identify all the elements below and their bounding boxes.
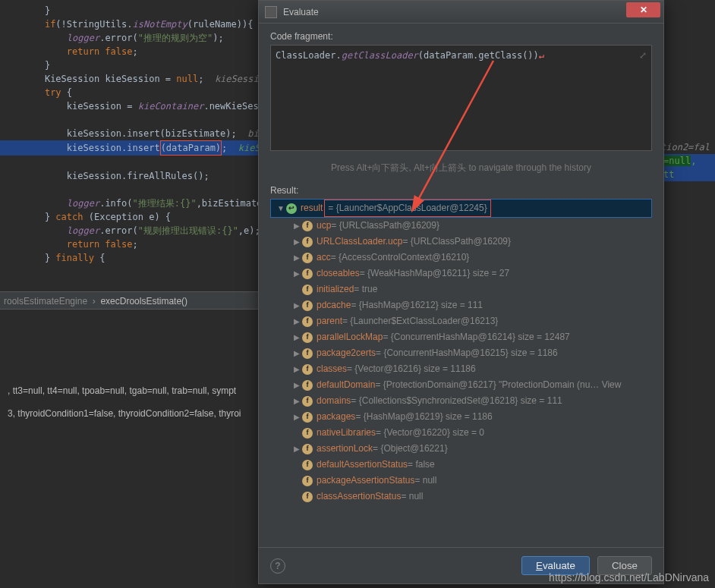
tree-row[interactable]: ▶fpdcache = {HashMap@16212} size = 111 [270,297,652,313]
tree-row[interactable]: fdefaultAssertionStatus = false [270,457,652,473]
field-icon: f [302,285,313,295]
field-value: = {Collections$SynchronizedSet@16218} si… [351,393,562,409]
expand-arrow-icon[interactable]: ▶ [293,234,301,250]
result-icon: ↩ [286,203,297,214]
tree-row[interactable]: ▶facc = {AccessControlContext@16210} [270,250,652,266]
field-value: = {WeakHashMap@16211} size = 27 [360,266,509,281]
result-tree[interactable]: ▼↩result = {Launcher$AppClassLoader@1224… [270,199,652,505]
field-name: defaultAssertionStatus [317,457,408,473]
field-icon: f [302,221,313,231]
expand-arrow-icon[interactable]: ▶ [293,361,301,377]
tree-row[interactable]: ▶fURLClassLoader.ucp = {URLClassPath@162… [270,234,652,250]
app-icon [265,6,277,18]
tree-row[interactable]: fnativeLibraries = {Vector@16220} size =… [270,425,652,441]
field-value: = null [414,473,436,489]
field-icon: f [302,237,313,247]
tree-row[interactable]: ▶fclasses = {Vector@16216} size = 11186 [270,361,652,377]
expand-arrow-icon[interactable]: ▶ [293,218,301,234]
field-icon: f [302,316,313,327]
history-hint: Press Alt+向下箭头, Alt+向上箭头 to navigate thr… [270,162,652,175]
field-icon: f [302,364,313,375]
field-name: assertionLock [317,441,373,457]
field-icon: f [302,380,313,391]
field-value: = {HashMap@16219} size = 1186 [355,409,492,425]
dialog-title: Evaluate [283,7,319,17]
tree-row[interactable]: ▶fassertionLock = {Object@16221} [270,441,652,457]
debug-output-panel[interactable]: , tt3=null, tt4=null, tpoab=null, tgab=n… [0,372,258,432]
field-icon: f [302,428,313,439]
field-value: = {ConcurrentHashMap@16215} size = 1186 [376,345,558,361]
expand-arrow-icon[interactable]: ▶ [293,441,301,457]
tree-row[interactable]: ▶fdomains = {Collections$SynchronizedSet… [270,393,652,409]
field-name: classAssertionStatus [317,489,401,505]
field-value: = true [354,281,377,297]
expand-arrow-icon[interactable]: ▶ [293,393,301,409]
field-name: closeables [317,266,360,281]
expand-arrow-icon[interactable]: ▶ [293,297,301,313]
field-icon: f [302,300,313,311]
field-name: parallelLockMap [317,329,383,345]
tree-row[interactable]: ▶fparallelLockMap = {ConcurrentHashMap@1… [270,329,652,345]
field-value: = {HashMap@16212} size = 111 [351,297,483,313]
expand-arrow-icon[interactable]: ▶ [293,377,301,393]
field-name: nativeLibraries [317,425,376,441]
maximize-icon[interactable]: ⤢ [639,50,647,61]
field-value: = {ConcurrentHashMap@16214} size = 12487 [383,329,569,345]
result-label: Result: [270,185,652,196]
watermark: https://blog.csdn.net/LabDNirvana [549,571,709,583]
tree-row[interactable]: ▶fpackages = {HashMap@16219} size = 1186 [270,409,652,425]
tree-row[interactable]: fclassAssertionStatus = null [270,489,652,505]
field-name: domains [317,393,351,409]
tree-row[interactable]: ▶fparent = {Launcher$ExtClassLoader@1621… [270,313,652,329]
field-value: = null [401,489,423,505]
field-name: URLClassLoader.ucp [317,234,402,250]
field-name: packages [317,409,355,425]
expression-input[interactable]: ClassLoader.getClassLoader(dataParam.get… [270,45,652,151]
expand-arrow-icon[interactable]: ▶ [293,329,301,345]
tree-row[interactable]: ▶fpackage2certs = {ConcurrentHashMap@162… [270,345,652,361]
field-name: result [301,200,323,216]
field-name: defaultDomain [317,377,375,393]
field-name: package2certs [317,345,376,361]
field-name: ucp [317,218,331,234]
tree-row[interactable]: ▼↩result = {Launcher$AppClassLoader@1224… [270,199,652,218]
titlebar[interactable]: Evaluate ✕ [259,1,663,24]
expand-arrow-icon[interactable]: ▶ [293,313,301,329]
expand-arrow-icon[interactable]: ▶ [293,266,301,281]
field-value: = {ProtectionDomain@16217} "ProtectionDo… [375,377,621,393]
tree-row[interactable]: fpackageAssertionStatus = null [270,473,652,489]
help-icon[interactable]: ? [270,558,285,574]
field-name: pdcache [317,297,351,313]
field-icon: f [302,253,313,263]
field-icon: f [302,444,313,454]
field-icon: f [302,460,313,470]
tree-row[interactable]: ▶fcloseables = {WeakHashMap@16211} size … [270,266,652,281]
field-icon: f [302,492,313,502]
tree-row[interactable]: ▶fdefaultDomain = {ProtectionDomain@1621… [270,377,652,393]
code-editor-right-edge: tion2=fal =null, tt [660,140,715,181]
field-name: parent [317,313,342,329]
breadcrumb[interactable]: roolsEstimateEngine › execDroolsEstimate… [0,291,258,310]
field-icon: f [302,348,313,359]
tree-row[interactable]: ▶fucp = {URLClassPath@16209} [270,218,652,234]
field-icon: f [302,332,313,343]
field-name: acc [317,250,331,266]
field-value: = {Vector@16220} size = 0 [376,425,484,441]
expand-arrow-icon[interactable]: ▶ [293,345,301,361]
expand-arrow-icon[interactable]: ▶ [293,409,301,425]
field-name: packageAssertionStatus [317,473,414,489]
field-value: = {AccessControlContext@16210} [331,250,470,266]
field-value: = {Launcher$AppClassLoader@12245} [324,200,490,217]
field-value: = {URLClassPath@16209} [331,218,439,234]
field-icon: f [302,476,313,486]
field-icon: f [302,396,313,407]
window-close-button[interactable]: ✕ [626,2,660,17]
field-value: = {URLClassPath@16209} [402,234,511,250]
field-icon: f [302,412,313,423]
field-name: initialized [317,281,354,297]
evaluate-dialog: Evaluate ✕ Code fragment: ClassLoader.ge… [258,0,664,584]
expand-arrow-icon[interactable]: ▶ [293,250,301,266]
code-editor[interactable]: } if(!StringUtils.isNotEmpty(ruleName)){… [0,0,258,303]
tree-row[interactable]: finitialized = true [270,281,652,297]
expand-arrow-icon[interactable]: ▼ [277,200,285,216]
